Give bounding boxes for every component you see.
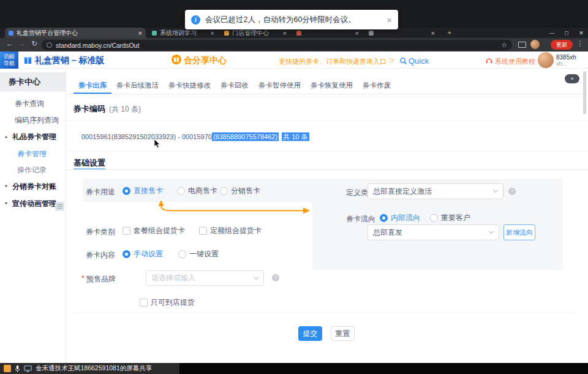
favicon [369,31,374,36]
share-center-icon [172,55,181,64]
tab-card-void[interactable]: 券卡作废 [358,77,396,94]
tab-card-followup-activate[interactable]: 券卡后续激活 [111,77,164,94]
url-text[interactable]: standard.maboy.cn/CardsOut [56,42,139,49]
sidebar-item-code-sequence-query[interactable]: 编码序列查询 [15,115,59,126]
brand-placeholder: 请选择或输入 [151,273,195,283]
radio-manual-setup[interactable]: 手动设置 [123,249,163,259]
tab-close-icon[interactable]: × [211,29,214,37]
divider [66,120,588,121]
radio-selected-icon [380,214,388,222]
tab-close-icon[interactable]: × [138,29,142,37]
cast-icon[interactable] [518,42,526,48]
sidebar-group-distribution[interactable]: 分销券卡对账 [12,181,56,192]
tutorial-link[interactable]: 系统使用教程 [495,57,535,66]
username-sub: xh... [556,61,567,67]
nav-logo[interactable]: 功能 导航 [0,52,18,69]
screen-share-icon [24,365,32,372]
caret-up-icon: ▴ [5,134,7,139]
tab-close-icon[interactable]: × [283,29,287,37]
site-info-icon[interactable] [47,42,52,48]
sidebar-group-gift-card-mgmt[interactable]: 礼品券卡管理 [12,132,56,142]
promo-text: 更快捷的券卡、订单和快递查询入口 [279,57,386,66]
pointing-hand-icon: ☞ [388,56,396,65]
checkbox-fixed-amount-combo-card[interactable]: 定额组合提货卡 [199,226,262,235]
reload-icon[interactable]: ↻ [29,39,39,48]
radio-internal-flow[interactable]: 内部流向 [380,213,420,223]
add-flow-button[interactable]: 新增流向 [503,224,535,240]
checkbox-icon [140,299,148,307]
quick-search-link[interactable]: Quick [409,56,429,66]
brand-gift-icon [23,55,32,64]
bookmark-star-icon[interactable]: ☆ [501,41,507,49]
favicon [9,31,13,36]
microphone-icon[interactable] [15,365,20,373]
usage-label: 券卡用途 [86,187,115,197]
window-close-button[interactable]: ✕ [575,28,588,38]
radio-direct-sale[interactable]: 直接售卡 [123,186,163,196]
browser-profile-avatar[interactable] [530,40,540,49]
caret-down-icon: ▾ [5,183,7,189]
info-icon: i [191,15,200,25]
radio-icon [220,187,228,195]
radio-icon [178,250,186,258]
radio-label: 分销售卡 [231,186,260,196]
browser-tab-active[interactable]: 礼盒营销平台管理中心 × [5,28,146,38]
forward-icon[interactable]: → [17,39,27,48]
tab-card-recycle[interactable]: 券卡回收 [216,77,254,94]
chevron-down-icon [254,274,258,279]
radio-ecommerce-sale[interactable]: 电商售卡 [177,186,217,196]
code-range-selected: (8385889075578462) [212,132,279,141]
divider [74,312,576,313]
sidebar-item-operation-log[interactable]: 操作记录 [17,165,47,175]
checkbox-label: 定额组合提货卡 [210,226,262,236]
sidebar-group-promo-animation[interactable]: 宣传动画管理 [12,199,56,209]
sidebar-item-card-query[interactable]: 券卡查询 [15,99,44,109]
reset-button[interactable]: 重置 [331,326,355,341]
new-tab-button[interactable]: + [443,28,456,38]
mouse-cursor [154,139,161,149]
card-function-tabs: 券卡出库 券卡后续激活 券卡快捷修改 券卡回收 券卡暂停使用 券卡恢复使用 券卡… [74,77,396,94]
panel-collapse-button[interactable]: » [565,74,579,83]
share-center-link[interactable]: 合分享中心 [184,55,227,66]
sidebar-divider [66,69,66,363]
tab-close-icon[interactable]: × [355,29,359,37]
url-field[interactable]: standard.maboy.cn/CardsOut ☆ [42,40,512,50]
window-minimize-button[interactable]: — [545,28,559,38]
radio-icon [177,187,185,195]
checkbox-store-pickup-only[interactable]: 只可到店提货 [140,297,195,307]
browser-menu-icon[interactable]: ⋮ [576,39,584,48]
tab-card-outbound[interactable]: 券卡出库 [74,77,111,94]
tab-close-icon[interactable]: × [431,29,435,37]
info-icon[interactable]: ? [508,188,516,195]
toast-close-icon[interactable]: × [386,15,392,25]
submit-button[interactable]: 提交 [298,326,322,341]
brand-select[interactable]: 请选择或输入 [146,270,264,286]
sidebar-collapse-handle[interactable] [55,202,64,211]
checkbox-package-combo-card[interactable]: 套餐组合提货卡 [123,226,185,235]
tab-card-restore[interactable]: 券卡恢复使用 [306,77,358,94]
meeting-toast: i 会议已超过2人，自动转为60分钟限时会议。 × [185,10,398,29]
radio-vip-customer[interactable]: 重要客户 [430,213,470,223]
favicon [296,31,301,36]
info-icon[interactable]: ? [272,274,279,281]
radio-one-click-setup[interactable]: 一键设置 [178,249,219,259]
favicon [152,31,157,36]
checkbox-label: 套餐组合提货卡 [134,226,185,236]
define-type-select[interactable]: 总部直接定义激活 [368,183,503,199]
tutorial-headset-icon [485,56,493,64]
back-icon[interactable]: ← [5,39,15,48]
caret-down-icon: ▾ [5,200,7,206]
sidebar-item-card-mgmt-active[interactable]: 券卡管理 [17,149,47,159]
sidebar-title[interactable]: 券卡中心 [0,72,66,91]
window-maximize-button[interactable]: □ [560,28,573,38]
flow-select[interactable]: 总部直发 [368,224,499,240]
radio-distribution-sale[interactable]: 分销售卡 [220,186,260,196]
browser-update-badge[interactable]: 更新 [551,40,573,50]
tab-card-quick-edit[interactable]: 券卡快捷修改 [164,77,216,94]
radio-label: 电商售卡 [188,186,217,196]
user-avatar[interactable] [538,52,554,68]
tab-card-suspend[interactable]: 券卡暂停使用 [254,77,306,94]
scrollbar[interactable] [583,71,586,114]
card-codes-count: (共 10 条) [109,105,141,113]
radio-label: 一键设置 [189,249,219,259]
